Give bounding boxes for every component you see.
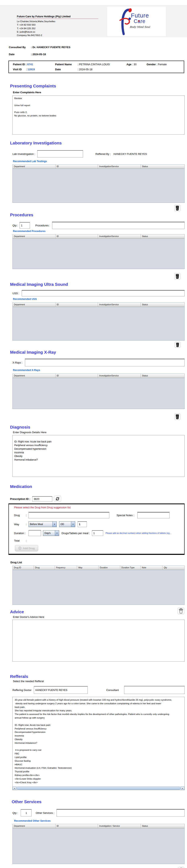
visit-id-label: Visit ID	[13, 68, 25, 71]
procedures-qty-input[interactable]	[20, 222, 30, 228]
horizontal-scrollbar[interactable]: ◄ ►	[13, 786, 184, 790]
other-col-service[interactable]: Investigation / Service	[98, 824, 141, 828]
visit-date-label: Date	[55, 68, 77, 71]
gender-value: : Female	[156, 63, 167, 66]
prescription-id-input[interactable]	[32, 496, 52, 501]
meal-select-value: Before Meal	[29, 522, 52, 527]
drug-col-duration[interactable]: Duration	[99, 566, 120, 570]
per-meal-input[interactable]	[92, 530, 103, 536]
recommended-xrays-link[interactable]: Recommended X-Rays	[13, 369, 187, 372]
patient-id-value: 6741	[27, 63, 33, 66]
xray-col-department[interactable]: Department	[13, 374, 55, 378]
uss-col-department[interactable]: Department	[13, 303, 55, 307]
referring-doctor-input[interactable]	[34, 686, 88, 694]
add-drug-button[interactable]: Add Drug	[15, 545, 38, 551]
other-col-status[interactable]: Status	[141, 824, 184, 828]
xray-delete-button[interactable]	[174, 413, 180, 420]
drug-col-id[interactable]: Drug ID	[13, 566, 34, 570]
prescription-id-label: Prescription ID :	[10, 497, 30, 500]
procedures-title: Procedures	[10, 213, 187, 217]
advice-delete-button[interactable]	[178, 608, 184, 614]
complaints-textarea[interactable]: Review Urine full report Puss cells 2, N…	[12, 95, 185, 134]
duration-label: Duration :	[14, 532, 29, 535]
frequency-qty-input[interactable]	[78, 521, 87, 527]
procedures-col-department[interactable]: Department	[13, 235, 55, 239]
lab-investigation-input[interactable]	[37, 150, 83, 157]
total-colon: :	[26, 539, 27, 542]
drug-col-qty[interactable]: Qty	[162, 566, 184, 570]
duration-unit-value: Day/s	[43, 530, 55, 536]
lab-col-id[interactable]: ID	[55, 164, 98, 169]
other-services-delete-button[interactable]	[178, 867, 184, 868]
uss-col-id[interactable]: ID	[55, 303, 98, 307]
drug-col-drug[interactable]: Drug	[34, 566, 55, 570]
lab-title: Laboratory Investigations	[10, 141, 187, 146]
referral-notes-textarea[interactable]: 30-year-old female patient with a histor…	[12, 697, 185, 790]
per-meal-label: Drugs/Tablets per meal :	[62, 532, 90, 535]
drug-input[interactable]	[29, 512, 109, 518]
lab-delete-button[interactable]	[174, 205, 180, 211]
trash-icon	[176, 342, 179, 347]
special-notes-input[interactable]	[137, 512, 170, 518]
recommended-procedures-link[interactable]: Recommended Procedures	[13, 230, 187, 232]
procedures-col-status[interactable]: Status	[141, 235, 184, 239]
advice-textarea[interactable]	[12, 620, 185, 661]
lab-col-status[interactable]: Status	[141, 164, 184, 169]
xray-col-service[interactable]: Investigation/Service	[98, 374, 141, 378]
trash-icon	[175, 414, 179, 419]
scroll-right-icon[interactable]: ►	[181, 787, 184, 790]
diagnosis-title: Diagnosis	[10, 425, 187, 430]
company-info: Future Care by Future Holdings (Pty) Lim…	[17, 15, 98, 37]
other-services-input[interactable]	[57, 809, 185, 817]
frequency-select[interactable]: OD ▼	[59, 521, 75, 527]
recommended-lab-testings-link[interactable]: Recommended Lab Testings	[13, 160, 187, 163]
diagnosis-textarea[interactable]: ID- Right now: Acute low back pain Perip…	[12, 435, 185, 477]
drug-list-table: Drug ID Drug Fequency Way Duration Durat…	[12, 565, 185, 605]
company-email: E: jude@future.sc	[17, 30, 98, 34]
uss-delete-button[interactable]	[175, 342, 180, 348]
procedures-col-id[interactable]: ID	[55, 235, 98, 239]
uss-col-status[interactable]: Status	[141, 303, 184, 307]
recommended-uss-link[interactable]: Recommended USS	[13, 298, 187, 301]
gender-label: Gender	[147, 63, 156, 66]
company-phone-2: T: +24 84 225 252	[17, 27, 98, 30]
xray-col-status[interactable]: Status	[141, 374, 184, 378]
consultant-label: Consultant	[106, 688, 119, 691]
duration-unit-select[interactable]: Day/s ▼	[43, 530, 59, 536]
other-col-id[interactable]: ID	[55, 824, 98, 828]
consult-date-label: Date	[9, 53, 30, 56]
consultant-input[interactable]	[124, 686, 185, 694]
other-qty-input[interactable]	[21, 809, 32, 816]
drug-col-duration-type[interactable]: Duration Type	[120, 566, 141, 570]
other-services-table-body	[13, 828, 184, 864]
procedures-delete-button[interactable]	[174, 273, 180, 280]
uss-input[interactable]	[22, 290, 185, 297]
procedures-input[interactable]	[52, 222, 185, 229]
procedures-col-service[interactable]: Investigation/Service	[98, 235, 141, 239]
other-col-department[interactable]: Department	[13, 824, 55, 828]
header-band: Future Care by Future Holdings (Pty) Lim…	[0, 5, 187, 37]
duration-input[interactable]	[29, 530, 41, 536]
recommended-other-services-link[interactable]: Recommended Other Services	[14, 819, 187, 822]
logo-word-future: Future	[131, 13, 150, 19]
scroll-left-icon[interactable]: ◄	[13, 787, 16, 790]
drug-col-way[interactable]: Way	[77, 566, 99, 570]
refresh-prescription-button[interactable]	[54, 496, 61, 502]
xray-table-body	[13, 378, 184, 409]
xray-input[interactable]	[25, 359, 185, 366]
meal-select[interactable]: Before Meal ▼	[29, 521, 57, 527]
drug-col-note[interactable]: Note	[141, 566, 162, 570]
lab-col-department[interactable]: Department	[13, 164, 55, 169]
lab-col-service[interactable]: Investigation/Service	[98, 164, 141, 169]
drug-label: Drug	[14, 514, 26, 517]
other-services-table: Department ID Investigation / Service St…	[12, 824, 185, 864]
referral-notes-text: 30-year-old female patient with a histor…	[13, 697, 184, 786]
uss-col-service[interactable]: Investigation/Service	[98, 303, 141, 307]
xray-col-id[interactable]: ID	[55, 374, 98, 378]
advice-label: Enter Doctor's Advice Here	[13, 616, 187, 618]
scrollbar-thumb[interactable]	[16, 787, 181, 790]
company-address: Le Chainter,Victoria,Mahe,Seychelles	[17, 20, 98, 23]
consultation-report-page: Future Care by Future Holdings (Pty) Lim…	[0, 0, 187, 868]
drug-col-frequency[interactable]: Fequency	[55, 566, 77, 570]
other-input-label: Other Services :	[36, 811, 54, 814]
